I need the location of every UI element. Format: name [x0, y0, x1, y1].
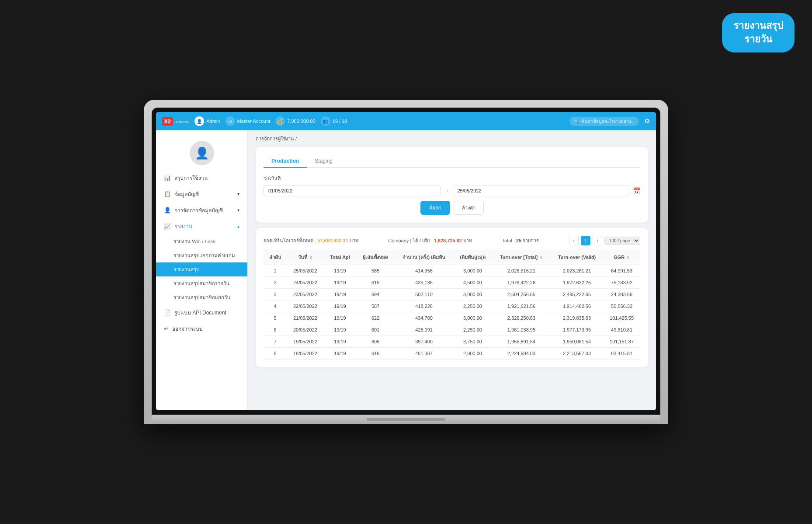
account-item: ⊙ Master Account — [226, 116, 271, 126]
search-box[interactable]: 🔍 ค้นหาข้อมูลอะไรบางอย่าง... — [569, 117, 639, 126]
submenu-by-game[interactable]: รายงานสรุปแยกตามค่ายเกม — [156, 248, 247, 262]
logout-label: ออกจากระบบ — [172, 325, 203, 333]
clear-button[interactable]: ล้างค่า — [454, 201, 484, 215]
sidebar-item-report[interactable]: 📈 รายงาน ▴ — [156, 218, 247, 234]
total-value: 25 — [516, 238, 521, 243]
laptop-base — [152, 415, 660, 424]
table-row: 224/05/202219/19615435,1364,500.001,978,… — [264, 277, 640, 289]
filter-btn-row: ค้นหา ล้างค่า — [264, 201, 640, 215]
sidebar-item-api-doc[interactable]: 📄 รูปแบบ API Document — [156, 304, 247, 321]
admin-item: 👤 Admin — [194, 116, 220, 126]
sidebar-item-logout[interactable]: ↩ ออกจากระบบ — [156, 321, 247, 337]
prev-page-btn[interactable]: ‹ — [569, 236, 579, 245]
col-turnover-total[interactable]: Turn-over [Total] ⇅ — [492, 250, 551, 265]
submenu-daily-member[interactable]: รายงานสรุปสมาชิกรายวัน — [156, 276, 247, 290]
submenu-win-loss[interactable]: รายงาน Win / Loss — [156, 234, 247, 248]
sidebar-avatar: 👤 — [156, 135, 247, 170]
search-icon: 🔍 — [574, 119, 579, 124]
summary-usage-icon: 📊 — [164, 175, 171, 181]
current-page-btn[interactable]: 1 — [581, 236, 590, 245]
pagination: ‹ 1 › 100 / page 50 / page 25 / page — [569, 236, 640, 245]
data-table: ลำดับ วันที่ ⇅ Total Api ผู้เล่นทั้งหมด … — [264, 250, 640, 360]
company-label: Company | ได้ / เสีย : — [388, 238, 432, 243]
account-info-label: ข้อมูลบัญชี — [174, 190, 199, 198]
table-row: 422/05/202219/19587418,2282,250.001,921,… — [264, 300, 640, 312]
report-chevron: ▴ — [237, 224, 239, 229]
sessions-item: 👥 19 / 19 — [321, 116, 347, 126]
breadcrumb-parent: การจัดการผู้ใช้งาน — [256, 136, 294, 141]
tab-production[interactable]: Production — [264, 155, 307, 168]
main-layout: 👤 📊 สรุปการใช้งาน 📋 ข้อมูลบัญชี — [156, 130, 656, 410]
sessions-label: 19 / 19 — [333, 119, 347, 124]
turnover-value: 57,662,932.31 — [317, 238, 348, 243]
logout-icon: ↩ — [164, 325, 169, 332]
logo: X2 TERMINAL — [162, 117, 189, 126]
search-button[interactable]: ค้นหา — [420, 201, 450, 215]
balance-item: 💰 7,000,000.00 — [275, 116, 315, 126]
balance-label: 7,000,000.00 — [287, 119, 315, 124]
company-unit: บาท — [463, 238, 472, 243]
col-ggr[interactable]: GGR ⇅ — [603, 250, 640, 265]
breadcrumb: การจัดการผู้ใช้งาน / — [256, 135, 648, 143]
submenu-member-by-day[interactable]: รายงานสรุปสมาชิกแยกวัน — [156, 290, 247, 304]
badge-line2: รายวัน — [733, 33, 783, 46]
per-page-select[interactable]: 100 / page 50 / page 25 / page — [604, 237, 640, 245]
date-to-input[interactable] — [453, 185, 630, 196]
sidebar-item-summary-usage[interactable]: 📊 สรุปการใช้งาน — [156, 170, 247, 186]
admin-avatar: 👤 — [194, 116, 204, 126]
user-manage-icon: 👤 — [164, 207, 171, 213]
date-from-input[interactable] — [264, 185, 441, 196]
tabs: Production Staging — [264, 155, 640, 168]
logo-x2: X2 — [162, 117, 173, 126]
date-arrow: → — [444, 188, 449, 194]
api-doc-label: รูปแบบ API Document — [174, 308, 226, 317]
summary-usage-label: สรุปการใช้งาน — [174, 174, 208, 182]
col-max-bet: เดิมพันสูงสุด — [453, 250, 492, 265]
company-value: 1,628,725.62 — [434, 238, 462, 243]
col-total-players: ผู้เล่นทั้งหมด — [356, 250, 395, 265]
date-input-row: → 📅 — [264, 185, 640, 196]
logo-terminal: TERMINAL — [174, 120, 189, 123]
api-doc-icon: 📄 — [164, 309, 171, 316]
col-turnover-valid: Turn-over (Valid) — [551, 250, 603, 265]
data-table-card: ยอดเทิร์นโอเวอร์ทั้งหมด : 57,662,932.31 … — [256, 228, 648, 367]
table-row: 521/05/202219/19622434,7003,000.002,326,… — [264, 312, 640, 324]
account-icon: ⊙ — [226, 116, 235, 126]
report-icon: 📈 — [164, 223, 171, 230]
breadcrumb-separator: / — [295, 136, 297, 141]
avatar: 👤 — [190, 141, 214, 165]
laptop-screen-bezel: X2 TERMINAL 👤 Admin ⊙ Master Account 💰 7… — [152, 108, 660, 415]
calendar-icon[interactable]: 📅 — [633, 187, 640, 194]
admin-label: Admin — [206, 119, 220, 124]
total-summary: Total : 25 รายการ — [502, 237, 539, 245]
col-date[interactable]: วันที่ ⇅ — [287, 250, 324, 265]
sidebar-item-account-info[interactable]: 📋 ข้อมูลบัญชี ▾ — [156, 186, 247, 202]
col-bet-count: จำนวน (ครั้ง) เดิมพัน — [395, 250, 453, 265]
col-total-api: Total Api — [324, 250, 356, 265]
date-filter-label: ช่วงวันที่ — [264, 174, 640, 182]
user-manage-label: การจัดการข้อมูลบัญชี — [174, 206, 223, 214]
sessions-icon: 👥 — [321, 116, 330, 126]
turnover-unit: บาท — [350, 238, 358, 243]
sidebar-item-user-manage[interactable]: 👤 การจัดการข้อมูลบัญชี ▾ — [156, 202, 247, 218]
submenu-daily-summary[interactable]: รายงานสรุป — [156, 262, 247, 276]
next-page-btn[interactable]: › — [593, 236, 602, 245]
turnover-label: ยอดเทิร์นโอเวอร์ทั้งหมด : — [264, 238, 316, 243]
floating-badge: รายงานสรุป รายวัน — [722, 13, 795, 52]
table-row: 818/05/202219/19616451,3672,800.002,224,… — [264, 348, 640, 360]
table-row: 323/05/202219/19694502,1103,000.002,504,… — [264, 289, 640, 300]
total-label: Total : — [502, 238, 515, 243]
table-row: 125/05/202219/19585414,9563,000.002,026,… — [264, 265, 640, 277]
settings-icon[interactable]: ⚙ — [644, 117, 650, 125]
sidebar: 👤 📊 สรุปการใช้งาน 📋 ข้อมูลบัญชี — [156, 130, 248, 410]
tab-staging[interactable]: Staging — [307, 155, 340, 168]
top-nav: X2 TERMINAL 👤 Admin ⊙ Master Account 💰 7… — [156, 112, 656, 130]
table-row: 620/05/202219/19601428,0912,250.001,981,… — [264, 324, 640, 336]
summary-row: ยอดเทิร์นโอเวอร์ทั้งหมด : 57,662,932.31 … — [264, 236, 640, 245]
tabs-card: Production Staging ช่วงวันที่ → — [256, 147, 648, 223]
col-no: ลำดับ — [264, 250, 287, 265]
balance-icon: 💰 — [275, 116, 285, 126]
turnover-summary: ยอดเทิร์นโอเวอร์ทั้งหมด : 57,662,932.31 … — [264, 237, 358, 245]
total-unit: รายการ — [523, 238, 539, 243]
badge-line1: รายงานสรุป — [733, 19, 783, 33]
